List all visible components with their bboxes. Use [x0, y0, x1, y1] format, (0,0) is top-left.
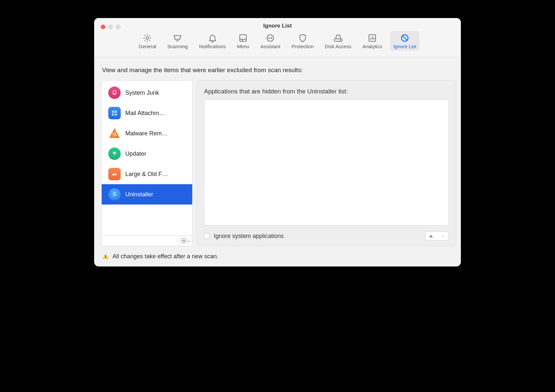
footer-note-text: All changes take effect after a new scan…	[113, 253, 218, 260]
tab-label: Ignore List	[393, 44, 416, 49]
tab-label: Analytics	[362, 44, 382, 49]
warning-icon	[102, 253, 109, 260]
chart-icon	[367, 33, 378, 43]
disk-icon	[333, 33, 344, 43]
traffic-lights	[101, 25, 120, 29]
sidebar-item-label: Mail Attachm…	[125, 110, 165, 117]
tab-label: Notifications	[199, 44, 226, 49]
close-window-button[interactable]	[101, 25, 105, 29]
malware-icon	[108, 127, 121, 140]
gear-icon	[142, 33, 153, 43]
sidebar-item-label: Updater	[125, 150, 146, 157]
svg-rect-12	[105, 255, 106, 257]
sidebar-item-mail-attachments[interactable]: Mail Attachm…	[102, 103, 192, 123]
svg-point-2	[267, 35, 274, 41]
svg-rect-1	[240, 35, 246, 41]
content-area: View and manage the items that were earl…	[94, 57, 461, 266]
ignore-system-apps-label: Ignore system applications	[214, 233, 284, 240]
shield-icon	[297, 33, 308, 43]
svg-rect-8	[113, 90, 116, 95]
add-remove-buttons: ＋ －	[425, 231, 449, 241]
sidebar-item-label: Large & Old F…	[125, 171, 168, 178]
svg-point-13	[105, 258, 106, 258]
tab-label: General	[139, 44, 156, 49]
monitor-icon	[172, 33, 183, 43]
ignore-icon	[399, 33, 410, 43]
system-junk-icon	[108, 87, 121, 99]
panels: System Junk Mail Attachm… Malware Rem…	[94, 80, 461, 246]
svg-point-5	[340, 40, 340, 41]
tab-general[interactable]: General	[135, 31, 159, 51]
uninstaller-icon	[108, 188, 121, 201]
sidebar-item-malware-removal[interactable]: Malware Rem…	[102, 123, 192, 144]
titlebar: Ignore List General Scanning Notificatio…	[94, 18, 461, 57]
add-button[interactable]: ＋	[425, 233, 437, 239]
ellipsis-icon: •••	[181, 238, 186, 243]
mail-attachments-icon	[108, 107, 121, 119]
remove-button[interactable]: －	[437, 233, 449, 239]
sidebar-item-large-old[interactable]: Large & Old F…	[102, 164, 192, 184]
ignore-system-apps-row: Ignore system applications	[204, 233, 284, 240]
chevron-down-icon: ⌄	[187, 239, 190, 243]
tab-label: Menu	[237, 44, 249, 49]
bell-icon	[207, 33, 218, 43]
footer-note: All changes take effect after a new scan…	[94, 246, 461, 261]
zoom-window-button[interactable]	[116, 25, 120, 29]
tab-label: Assistant	[260, 44, 280, 49]
tabbar: General Scanning Notifications Menu Assi…	[94, 31, 461, 51]
window-title: Ignore List	[94, 18, 461, 29]
menu-icon	[237, 33, 249, 43]
assistant-icon	[265, 33, 276, 43]
tab-protection[interactable]: Protection	[288, 31, 317, 51]
updater-icon	[108, 147, 121, 160]
sidebar-footer: ••• ⌄	[102, 235, 192, 246]
sidebar-item-label: Malware Rem…	[125, 130, 168, 137]
category-sidebar: System Junk Mail Attachm… Malware Rem…	[101, 80, 193, 246]
preferences-window: Ignore List General Scanning Notificatio…	[94, 18, 461, 266]
tab-analytics[interactable]: Analytics	[359, 31, 385, 51]
tab-menu[interactable]: Menu	[234, 31, 253, 51]
detail-bottom-row: Ignore system applications ＋ －	[204, 225, 449, 241]
minimize-window-button[interactable]	[108, 25, 113, 29]
large-old-files-icon	[108, 168, 121, 180]
sidebar-item-label: Uninstaller	[125, 191, 153, 198]
sidebar-options-button[interactable]: ••• ⌄	[178, 236, 192, 246]
tab-scanning[interactable]: Scanning	[164, 31, 191, 51]
tab-notifications[interactable]: Notifications	[196, 31, 229, 51]
detail-panel: Applications that are hidden from the Un…	[196, 80, 456, 246]
tab-label: Protection	[292, 44, 314, 49]
svg-point-3	[269, 38, 270, 39]
svg-point-0	[146, 37, 149, 39]
tab-label: Scanning	[167, 44, 188, 49]
sidebar-item-system-junk[interactable]: System Junk	[102, 83, 192, 103]
tab-assistant[interactable]: Assistant	[257, 31, 284, 51]
svg-point-4	[271, 38, 272, 39]
tab-disk-access[interactable]: Disk Access	[321, 31, 355, 51]
sidebar-item-updater[interactable]: Updater	[102, 144, 192, 164]
tab-label: Disk Access	[325, 44, 351, 49]
sidebar-item-uninstaller[interactable]: Uninstaller	[102, 184, 192, 205]
sidebar-filter-input[interactable]	[102, 236, 178, 246]
detail-title: Applications that are hidden from the Un…	[204, 88, 449, 95]
ignore-system-apps-checkbox[interactable]	[204, 233, 210, 239]
sidebar-item-label: System Junk	[125, 89, 159, 96]
hidden-apps-list[interactable]	[204, 100, 449, 225]
page-description: View and manage the items that were earl…	[94, 57, 461, 80]
category-list: System Junk Mail Attachm… Malware Rem…	[102, 81, 192, 235]
tab-ignore-list[interactable]: Ignore List	[390, 31, 420, 51]
